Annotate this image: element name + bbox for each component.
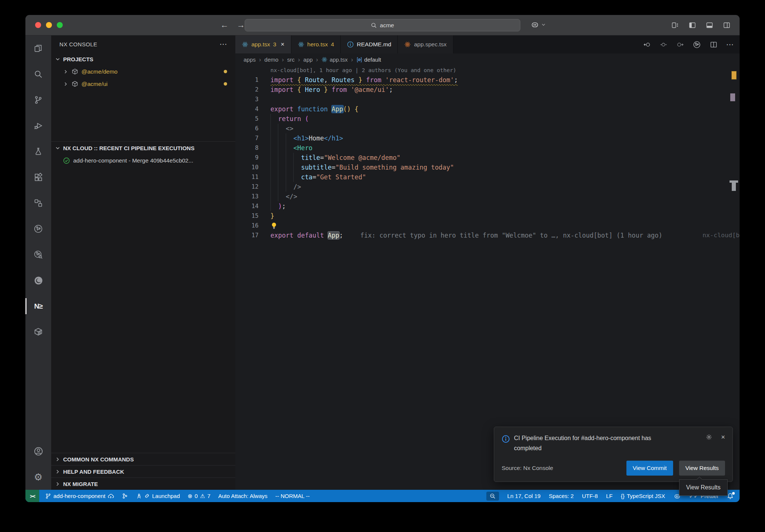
language-mode-status[interactable]: {} TypeScript JSX (621, 493, 665, 499)
code-line[interactable]: 3 (235, 95, 740, 104)
line-number: 14 (235, 201, 258, 211)
settings-gear-icon[interactable]: ⚙ (25, 464, 51, 490)
indentation-status[interactable]: Spaces: 2 (549, 493, 574, 499)
launchpad-status[interactable]: Launchpad (136, 493, 180, 499)
sidebar-nx-console: NX CONSOLE ⋯ PROJECTS @acme/demo @acme/u… (51, 35, 235, 490)
code-line[interactable]: 12 /> (235, 182, 740, 192)
navigate-forward-icon[interactable]: → (237, 21, 245, 29)
remote-indicator[interactable]: >< (25, 490, 39, 502)
code-line[interactable]: 9 title="Welcome @acme/demo" (235, 153, 740, 163)
tab-hero-tsx[interactable]: hero.tsx 4 (291, 35, 341, 53)
cursor-position-status[interactable]: Ln 17, Col 19 (507, 493, 541, 499)
line-number: 2 (235, 85, 258, 95)
explorer-icon[interactable] (25, 35, 51, 61)
compare-change-icon[interactable] (660, 41, 668, 49)
copilot-menu[interactable] (530, 20, 546, 29)
project-item-acme-demo[interactable]: @acme/demo (51, 65, 235, 78)
link-icon (144, 493, 150, 499)
sidebar-title: NX CONSOLE (59, 41, 97, 47)
line-number: 16 (235, 221, 258, 231)
package-icon (72, 81, 78, 87)
testing-icon[interactable] (25, 139, 51, 164)
line-number: 17 (235, 231, 258, 240)
code-line[interactable]: 1import { Route, Routes } from 'react-ro… (235, 75, 740, 85)
code-line[interactable]: 10 subtitle="Build something amazing tod… (235, 163, 740, 172)
git-blame-header[interactable]: nx-cloud[bot], 1 hour ago | 2 authors (Y… (235, 66, 740, 75)
code-line[interactable]: 5 return ( (235, 114, 740, 124)
tab-app-spec-tsx[interactable]: app.spec.tsx (398, 35, 453, 53)
view-commit-button[interactable]: View Commit (626, 461, 673, 476)
section-common-nx-commands[interactable]: COMMON NX COMMANDS (51, 453, 235, 465)
project-graph-icon[interactable] (25, 190, 51, 216)
line-number: 6 (235, 124, 258, 133)
toggle-primary-sidebar-icon[interactable] (688, 21, 696, 29)
eol-status[interactable]: LF (606, 493, 613, 499)
toggle-panel-icon[interactable] (706, 21, 713, 29)
code-line[interactable]: 7 <h1>Home</h1> (235, 133, 740, 143)
quick-fix-lightbulb-icon[interactable] (270, 222, 278, 229)
code-line[interactable]: 6 <> (235, 124, 740, 133)
more-actions-icon[interactable]: ⋯ (726, 40, 734, 49)
section-help-and-feedback[interactable]: HELP AND FEEDBACK (51, 465, 235, 477)
split-editor-icon[interactable] (710, 41, 718, 49)
line-number: 7 (235, 133, 258, 143)
project-item-acme-ui[interactable]: @acme/ui (51, 78, 235, 90)
run-and-debug-icon[interactable] (25, 113, 51, 139)
line-number: 10 (235, 163, 258, 172)
info-icon (347, 41, 354, 48)
close-tab-icon[interactable]: × (281, 41, 285, 48)
code-line[interactable]: 8 <Hero (235, 143, 740, 153)
tab-app-tsx[interactable]: app.tsx 3 × (235, 35, 291, 53)
accounts-icon[interactable] (25, 438, 51, 464)
auto-attach-status[interactable]: Auto Attach: Always (218, 493, 267, 499)
command-center-search[interactable]: acme (245, 19, 520, 31)
notifications-bell[interactable] (727, 493, 734, 499)
tab-readme-md[interactable]: README.md (341, 35, 398, 53)
section-nx-migrate[interactable]: NX MIGRATE (51, 477, 235, 490)
next-change-icon[interactable] (676, 41, 684, 49)
overview-ruler-marker (730, 93, 735, 101)
section-projects[interactable]: PROJECTS (51, 53, 235, 65)
code-line[interactable]: 13 </> (235, 192, 740, 201)
code-line[interactable]: 15} (235, 211, 740, 221)
extensions-icon[interactable] (25, 164, 51, 190)
edge-browser-icon[interactable] (25, 267, 51, 293)
nx-console-icon[interactable]: N≥ (25, 293, 51, 319)
more-actions-icon[interactable]: ⋯ (220, 40, 227, 48)
vim-mode-status[interactable]: -- NORMAL -- (275, 493, 310, 499)
commit-graph-icon[interactable] (122, 493, 128, 499)
inline-git-blame: fix: correct typo in hero title from "We… (360, 232, 663, 239)
search-icon[interactable] (25, 61, 51, 87)
code-line[interactable]: 14 ); (235, 201, 740, 211)
close-window-button[interactable] (35, 22, 41, 28)
view-results-button[interactable]: View Results (679, 461, 725, 476)
customize-layout-icon[interactable] (671, 21, 679, 29)
pipeline-execution-item[interactable]: add-hero-component - Merge 409b44e5cb02.… (51, 154, 235, 167)
code-line[interactable]: 16 (235, 221, 740, 231)
section-nx-cloud[interactable]: NX CLOUD :: RECENT CI PIPELINE EXECUTION… (51, 142, 235, 154)
source-control-icon[interactable] (25, 87, 51, 113)
code-line[interactable]: 4export function App() { (235, 104, 740, 114)
code-line[interactable]: 2import { Hero } from '@acme/ui'; (235, 85, 740, 95)
encoding-status[interactable]: UTF-8 (582, 493, 598, 499)
notification-settings-gear-icon[interactable] (705, 433, 713, 441)
zoom-status[interactable] (486, 492, 499, 501)
code-editor[interactable]: nx-cloud[bot], 1 hour ago | 2 authors (Y… (235, 66, 740, 240)
containers-icon[interactable] (25, 319, 51, 345)
edge-git-blame: nx-cloud[b (703, 231, 740, 240)
breadcrumb-file[interactable]: app.tsx (321, 56, 347, 63)
toggle-secondary-sidebar-icon[interactable] (723, 21, 731, 29)
gitlens-icon[interactable] (25, 216, 51, 242)
gitlens-search-icon[interactable] (25, 242, 51, 267)
close-notification-icon[interactable]: × (721, 434, 725, 440)
navigate-back-icon[interactable]: ← (220, 21, 229, 29)
gitlens-graph-icon[interactable] (693, 40, 701, 49)
breadcrumb-symbol[interactable]: default (356, 56, 381, 63)
maximize-window-button[interactable] (57, 22, 63, 28)
code-line[interactable]: 17export default App;fix: correct typo i… (235, 231, 740, 240)
git-branch-status[interactable]: add-hero-component (45, 493, 114, 499)
minimize-window-button[interactable] (46, 22, 52, 28)
problems-status[interactable]: ⊗ 0 ⚠ 7 (188, 493, 211, 499)
code-line[interactable]: 11 cta="Get Started" (235, 172, 740, 182)
previous-change-icon[interactable] (643, 41, 651, 49)
